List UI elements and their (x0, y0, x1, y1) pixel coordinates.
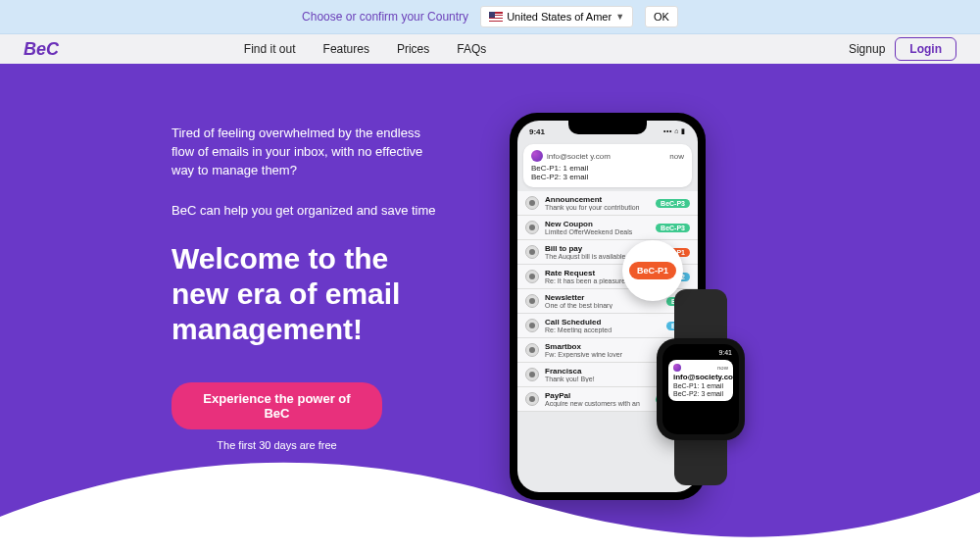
avatar-icon (525, 368, 539, 381)
hero-title: Welcome to the new era of email manageme… (172, 241, 436, 347)
hero-intro: Tired of feeling overwhelmed by the endl… (172, 125, 436, 180)
cta-button[interactable]: Experience the power of BeC (172, 382, 382, 429)
avatar-icon (525, 196, 539, 210)
chevron-down-icon: ▼ (615, 12, 624, 22)
wave-divider (0, 438, 980, 551)
priority-bubble: BeC-P1 (622, 240, 683, 301)
nav-faqs[interactable]: FAQs (457, 42, 486, 56)
email-preview: Thank you for your contribution (545, 204, 650, 211)
watch-time: 9:41 (718, 349, 732, 356)
notif-body: BeC-P1: 1 email BeC-P2: 3 email (531, 164, 684, 181)
watch-notif-line1: BeC-P1: 1 email (673, 382, 728, 389)
email-row: New CouponLimited OfferWeekend DealsBeC-… (517, 216, 698, 240)
us-flag-icon (489, 12, 503, 22)
country-label: Choose or confirm your Country (302, 10, 468, 24)
avatar-icon (525, 270, 539, 283)
phone-time: 9:41 (529, 127, 545, 136)
nav-find[interactable]: Find it out (244, 42, 296, 56)
country-select[interactable]: United States of Amer ▼ (480, 6, 633, 27)
email-subject: PayPal (545, 391, 650, 400)
header: BeC Find it out Features Prices FAQs Sig… (0, 34, 980, 64)
nav-features[interactable]: Features (323, 42, 369, 56)
hero-intro2: BeC can help you get organized and save … (172, 202, 436, 221)
country-selected: United States of Amer (507, 11, 612, 23)
country-bar: Choose or confirm your Country United St… (0, 0, 980, 34)
avatar-icon (525, 294, 539, 308)
watch-now: now (717, 365, 728, 371)
priority-badge: BeC-P3 (656, 199, 690, 208)
email-subject: Announcement (545, 195, 650, 204)
hero: Tired of feeling overwhelmed by the endl… (0, 64, 980, 551)
bec-app-icon (531, 150, 543, 162)
watch-notif-title: info@society.com (673, 373, 728, 381)
watch-notif-line2: BeC-P2: 3 email (673, 390, 728, 397)
signup-link[interactable]: Signup (849, 42, 885, 56)
signal-icon: ••• ⌂ ▮ (663, 127, 686, 135)
priority-badge: BeC-P3 (656, 224, 690, 232)
email-preview: Limited OfferWeekend Deals (545, 228, 650, 235)
nav-prices[interactable]: Prices (397, 42, 429, 56)
watch-case: 9:41 now info@society.com BeC-P1: 1 emai… (657, 338, 745, 440)
watch-statusbar: 9:41 (666, 348, 735, 357)
email-preview: Acquire new customers with an (545, 400, 650, 407)
bec-app-icon (673, 364, 681, 372)
avatar-icon (525, 343, 539, 357)
notif-time: now (669, 152, 684, 161)
avatar-icon (525, 221, 539, 234)
avatar-icon (525, 319, 539, 332)
auth-actions: Signup Login (849, 37, 956, 61)
country-ok-button[interactable]: OK (645, 6, 678, 27)
priority-badge: BeC-P1 (629, 262, 676, 279)
login-button[interactable]: Login (895, 37, 956, 61)
email-row: AnnouncementThank you for your contribut… (517, 191, 698, 216)
logo[interactable]: BeC (24, 39, 63, 60)
avatar-icon (525, 245, 539, 259)
watch-screen: 9:41 now info@society.com BeC-P1: 1 emai… (662, 344, 739, 434)
avatar-icon (525, 392, 539, 406)
email-subject: New Coupon (545, 220, 650, 228)
watch-notif-card: now info@society.com BeC-P1: 1 email BeC… (668, 360, 733, 401)
main-nav: Find it out Features Prices FAQs (244, 42, 486, 56)
notif-app: info@societ y.com (547, 152, 611, 161)
notification-card: info@societ y.com now BeC-P1: 1 email Be… (523, 144, 692, 187)
hero-content: Tired of feeling overwhelmed by the endl… (172, 125, 436, 483)
phone-notch (568, 121, 647, 134)
